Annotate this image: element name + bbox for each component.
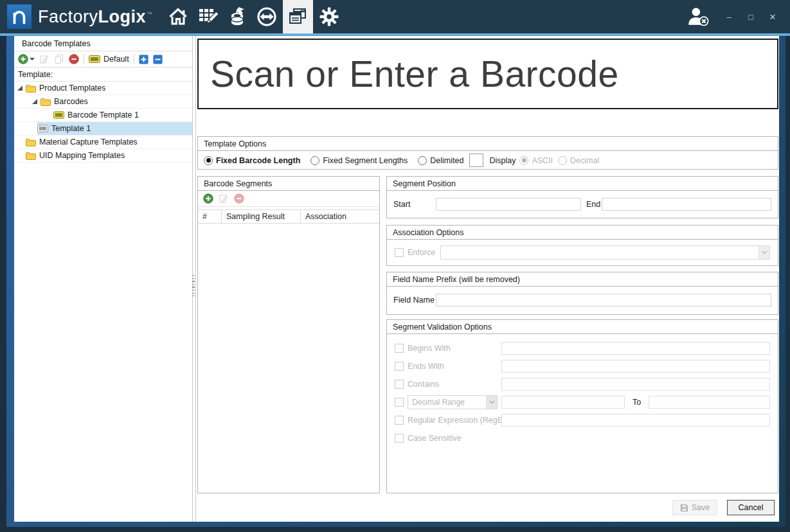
user-logout-icon[interactable] <box>686 6 710 28</box>
close-button[interactable]: ✕ <box>768 12 777 22</box>
barcode-segments-title: Barcode Segments <box>198 177 379 191</box>
home-icon <box>168 6 188 27</box>
barcode-icon <box>89 55 100 63</box>
range-checkbox[interactable] <box>395 398 404 407</box>
folder-icon <box>26 138 36 146</box>
begins-with-checkbox[interactable] <box>395 344 404 353</box>
contains-input[interactable] <box>501 378 770 391</box>
nav-settings[interactable] <box>316 0 342 33</box>
contains-checkbox[interactable] <box>395 380 404 389</box>
range-from-input[interactable] <box>501 396 625 409</box>
edit-template-button[interactable] <box>39 54 49 64</box>
begins-with-input[interactable] <box>501 342 770 355</box>
column-sampling-result[interactable]: Sampling Result <box>221 210 300 223</box>
display-ascii-radio[interactable] <box>519 156 528 165</box>
field-name-prefix-group: Field Name Prefix (will be removed) Fiel… <box>386 272 778 315</box>
maximize-button[interactable]: □ <box>746 12 755 22</box>
folder-icon <box>26 152 36 160</box>
column-association[interactable]: Association <box>300 210 379 223</box>
nav-transfer[interactable] <box>254 0 280 33</box>
range-row: Decimal Range To <box>387 393 778 411</box>
nav-home[interactable] <box>165 0 191 33</box>
end-input[interactable] <box>602 198 771 211</box>
add-template-button[interactable] <box>18 54 35 64</box>
tree-item-label: Barcodes <box>54 97 88 106</box>
tree-item-uid-mapping-templates[interactable]: UID Mapping Templates <box>14 149 192 163</box>
default-template-button[interactable]: Default <box>89 55 129 64</box>
contains-row: Contains <box>387 375 778 393</box>
association-select[interactable] <box>440 245 770 260</box>
save-button[interactable]: Save <box>672 500 717 515</box>
logo-n-icon <box>10 7 29 26</box>
copy-template-button[interactable] <box>54 54 64 64</box>
brand-trademark: ™ <box>147 11 153 17</box>
tree-item-template-1[interactable]: Template 1 <box>14 122 192 136</box>
start-input[interactable] <box>436 198 581 211</box>
tree-item-label: UID Mapping Templates <box>39 151 125 160</box>
ends-with-checkbox[interactable] <box>395 362 404 371</box>
minimize-button[interactable]: – <box>724 12 733 22</box>
nav-templates[interactable] <box>283 0 313 33</box>
end-label: End <box>586 200 602 209</box>
range-type-select[interactable]: Decimal Range <box>408 395 498 409</box>
range-type-value: Decimal Range <box>408 398 486 407</box>
barcode-scan-input[interactable]: Scan or Enter a Barcode <box>197 39 778 109</box>
template-editor: Scan or Enter a Barcode Template Options… <box>195 36 779 522</box>
regex-checkbox[interactable] <box>395 416 404 425</box>
cancel-button[interactable]: Cancel <box>727 500 775 515</box>
template-options-title: Template Options <box>198 137 778 151</box>
case-sensitive-label: Case Sensitive <box>408 434 461 443</box>
expand-all-button[interactable] <box>139 55 148 64</box>
regex-row: Regular Expression (RegEx): <box>387 411 778 429</box>
default-label: Default <box>103 55 129 64</box>
brand-name: FactoryLogix™ <box>38 7 153 27</box>
toolbar-separator <box>84 54 84 64</box>
barcode-gray-icon <box>37 125 48 132</box>
delimited-label: Delimited <box>430 156 463 165</box>
delete-segment-button[interactable] <box>234 193 244 204</box>
field-name-input[interactable] <box>436 294 771 306</box>
ends-with-label: Ends With <box>408 362 444 371</box>
templates-icon <box>287 6 308 27</box>
field-name-prefix-title: Field Name Prefix (will be removed) <box>387 272 778 287</box>
tree-item-barcodes[interactable]: Barcodes <box>14 95 192 109</box>
begins-with-label: Begins With <box>408 344 451 353</box>
tree-item-label: Template 1 <box>51 124 91 133</box>
sidebar-toolbar: Default <box>14 51 192 67</box>
segments-toolbar <box>198 191 379 207</box>
expander-icon[interactable] <box>17 85 23 91</box>
fixed-segment-lengths-radio[interactable] <box>310 156 319 165</box>
template-tree: Product Templates Barcodes <box>14 82 192 163</box>
ends-with-input[interactable] <box>501 360 770 373</box>
toolbar-separator <box>134 54 134 64</box>
nav-warehouse[interactable] <box>224 0 250 33</box>
range-to-input[interactable] <box>649 396 770 409</box>
folder-icon <box>26 84 36 93</box>
nav-production-planning[interactable] <box>195 0 220 33</box>
ascii-label: ASCII <box>532 156 553 165</box>
enforce-checkbox[interactable] <box>395 248 404 257</box>
folder-icon <box>40 98 51 106</box>
display-decimal-radio[interactable] <box>558 156 567 165</box>
sidebar-splitter-grip[interactable] <box>192 275 195 296</box>
tree-item-material-capture-templates[interactable]: Material Capture Templates <box>14 136 192 149</box>
collapse-all-button[interactable] <box>153 55 163 64</box>
expander-icon[interactable] <box>31 98 38 105</box>
delete-template-button[interactable] <box>69 54 79 64</box>
fixed-barcode-length-radio[interactable] <box>204 156 213 165</box>
regex-input[interactable] <box>501 414 770 427</box>
column-number[interactable]: # <box>198 210 221 223</box>
tree-item-barcode-template-1[interactable]: Barcode Template 1 <box>14 109 192 122</box>
segment-validation-group: Segment Validation Options Begins With E… <box>386 319 778 493</box>
case-sensitive-checkbox[interactable] <box>395 434 404 443</box>
sidebar-title: Barcode Templates <box>14 36 192 51</box>
delimiter-input[interactable] <box>469 154 483 167</box>
enforce-label: Enforce <box>408 248 436 257</box>
add-segment-button[interactable] <box>203 193 213 204</box>
delimited-radio[interactable] <box>418 156 427 165</box>
selected-tree-item[interactable]: Template 1 <box>37 122 192 135</box>
tree-item-product-templates[interactable]: Product Templates <box>14 82 192 95</box>
edit-segment-button[interactable] <box>219 193 229 204</box>
segment-position-title: Segment Position <box>387 177 778 191</box>
tree-item-label: Barcode Template 1 <box>67 111 139 120</box>
